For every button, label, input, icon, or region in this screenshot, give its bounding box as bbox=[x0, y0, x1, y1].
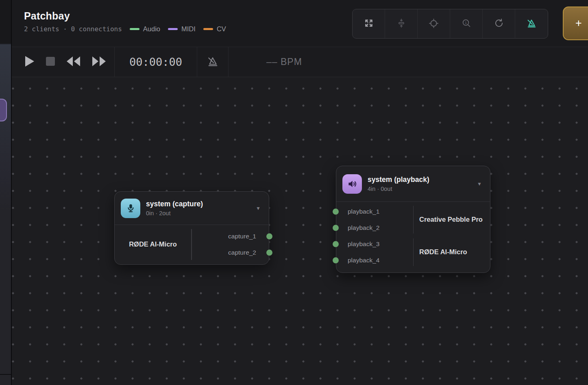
node-system-capture[interactable]: system (capture) 0in · 2out ▼ RØDE AI-Mi… bbox=[114, 191, 269, 265]
input-port-dot[interactable] bbox=[333, 257, 339, 264]
port-row: playback_4 bbox=[336, 252, 413, 268]
port-label: capture_1 bbox=[228, 233, 256, 240]
device-group-label: RØDE AI-Micro bbox=[413, 238, 490, 266]
node-header[interactable]: system (playback) 4in · 0out ▼ bbox=[336, 166, 490, 202]
node-titles: system (playback) 4in · 0out bbox=[368, 175, 471, 192]
node-port-count: 0in · 2out bbox=[146, 210, 250, 216]
legend-midi: MIDI bbox=[168, 25, 196, 33]
port-label: playback_4 bbox=[348, 257, 379, 264]
input-port-dot[interactable] bbox=[333, 209, 339, 215]
device-group: playback_1 playback_2 Creative Pebble Pr… bbox=[336, 203, 490, 236]
legend-audio: Audio bbox=[130, 25, 160, 33]
input-ports: playback_1 playback_2 bbox=[336, 203, 413, 236]
node-port-count: 4in · 0out bbox=[368, 186, 471, 192]
node-title: system (capture) bbox=[146, 200, 250, 208]
fast-forward-button[interactable] bbox=[91, 56, 107, 68]
transport-metronome-button[interactable] bbox=[197, 47, 229, 77]
fit-view-button[interactable] bbox=[353, 9, 385, 38]
port-row: playback_1 bbox=[336, 203, 413, 220]
port-row: playback_2 bbox=[336, 220, 413, 236]
rewind-icon bbox=[66, 56, 81, 68]
stop-icon bbox=[46, 56, 55, 67]
transport-buttons bbox=[12, 47, 115, 77]
bpm-display: –– BPM bbox=[229, 47, 588, 77]
legend-cv-label: CV bbox=[217, 25, 226, 33]
port-row: playback_3 bbox=[336, 236, 413, 252]
stop-button[interactable] bbox=[46, 56, 55, 67]
legend-midi-label: MIDI bbox=[181, 25, 196, 33]
port-row: capture_1 bbox=[192, 228, 269, 244]
output-ports: capture_1 capture_2 bbox=[192, 225, 269, 264]
transport-bar: 00:00:00 –– BPM bbox=[12, 47, 588, 77]
patchbay-app: Patchbay 2 clients · 0 connections Audio… bbox=[0, 0, 588, 385]
cv-color-swatch bbox=[203, 28, 213, 30]
port-label: capture_2 bbox=[228, 249, 256, 256]
header-bar: Patchbay 2 clients · 0 connections Audio… bbox=[12, 0, 588, 47]
node-titles: system (capture) 0in · 2out bbox=[146, 200, 250, 216]
legend-audio-label: Audio bbox=[143, 25, 160, 33]
play-icon bbox=[24, 55, 35, 69]
metronome-toggle-button[interactable] bbox=[515, 9, 548, 38]
device-group-label: RØDE AI-Micro bbox=[115, 225, 191, 264]
port-label: playback_2 bbox=[348, 224, 379, 231]
dock-divider bbox=[0, 374, 11, 375]
legend-cv: CV bbox=[203, 25, 226, 33]
midi-color-swatch bbox=[168, 28, 178, 30]
clients-connections-summary: 2 clients · 0 connections bbox=[24, 25, 122, 33]
center-view-button[interactable] bbox=[418, 9, 450, 38]
node-title: system (playback) bbox=[368, 175, 471, 184]
node-system-playback[interactable]: system (playback) 4in · 0out ▼ playback_… bbox=[336, 166, 490, 273]
play-button[interactable] bbox=[24, 55, 35, 69]
collapse-vertical-button[interactable] bbox=[385, 9, 418, 38]
dock-purple-tab[interactable] bbox=[0, 99, 7, 121]
node-header[interactable]: system (capture) 0in · 2out ▼ bbox=[115, 192, 269, 225]
chevron-down-icon[interactable]: ▼ bbox=[477, 181, 482, 187]
port-row: capture_2 bbox=[192, 244, 269, 261]
microphone-icon bbox=[121, 199, 140, 218]
refresh-button[interactable] bbox=[483, 9, 515, 38]
zoom-100-button[interactable]: 1 bbox=[450, 9, 483, 38]
refresh-icon bbox=[494, 18, 504, 30]
output-port-dot[interactable] bbox=[266, 234, 272, 240]
input-port-dot[interactable] bbox=[333, 241, 339, 247]
port-label: playback_1 bbox=[348, 208, 379, 215]
metronome-icon bbox=[206, 55, 220, 69]
node-body: RØDE AI-Micro capture_1 capture_2 bbox=[115, 225, 269, 264]
view-toolbar: 1 bbox=[352, 9, 548, 39]
svg-text:1: 1 bbox=[464, 21, 466, 25]
main-window: Patchbay 2 clients · 0 connections Audio… bbox=[12, 0, 588, 385]
node-body: playback_1 playback_2 Creative Pebble Pr… bbox=[336, 202, 490, 268]
port-label: playback_3 bbox=[348, 240, 379, 248]
patchbay-canvas[interactable]: system (capture) 0in · 2out ▼ RØDE AI-Mi… bbox=[12, 77, 588, 385]
speaker-icon bbox=[342, 174, 362, 194]
time-display: 00:00:00 bbox=[115, 47, 197, 77]
add-node-button[interactable]: + bbox=[563, 6, 588, 40]
metronome-icon bbox=[526, 17, 538, 30]
chevron-down-icon[interactable]: ▼ bbox=[256, 205, 261, 211]
collapse-vertical-icon bbox=[396, 18, 407, 30]
audio-color-swatch bbox=[130, 28, 139, 30]
output-port-dot[interactable] bbox=[266, 250, 272, 256]
expand-arrows-icon bbox=[364, 18, 374, 30]
input-ports: playback_3 playback_4 bbox=[336, 236, 413, 268]
device-group: playback_3 playback_4 RØDE AI-Micro bbox=[336, 236, 490, 268]
background-window-strip bbox=[0, 0, 12, 385]
device-group-label: Creative Pebble Pro bbox=[413, 206, 490, 234]
crosshair-icon bbox=[428, 18, 439, 30]
fast-forward-icon bbox=[91, 56, 107, 68]
input-port-dot[interactable] bbox=[333, 225, 339, 231]
rewind-button[interactable] bbox=[66, 56, 81, 68]
zoom-100-icon: 1 bbox=[461, 18, 472, 30]
